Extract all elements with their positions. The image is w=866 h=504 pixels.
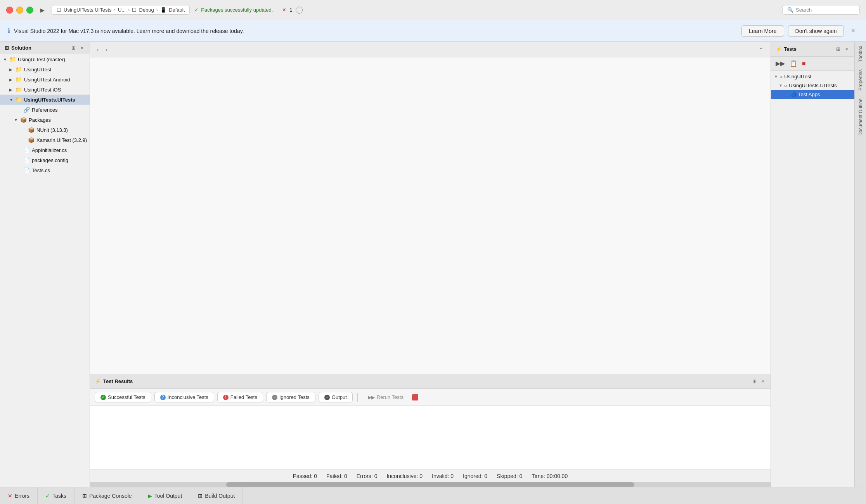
file-icon: 📄 xyxy=(23,166,30,174)
skipped-stat: Skipped: 0 xyxy=(497,473,522,479)
errors-stat: Errors: 0 xyxy=(357,473,378,479)
tasks-icon: ✓ xyxy=(45,493,50,499)
sidebar-item-label: Xamarin.UITest (3.2.9) xyxy=(36,137,87,143)
tests-close-button[interactable]: × xyxy=(843,46,850,52)
sidebar-item-label: References xyxy=(32,107,57,113)
chevron-down-icon: ▼ xyxy=(3,57,9,62)
run-button[interactable]: ▶ xyxy=(38,6,47,14)
status-text: Packages successfully updated. xyxy=(201,7,273,13)
tests-panel: ⚡ Tests ⊞ × ▶▶ 📋 ■ ▼ ○ UsingUITest ▼ ○ U… xyxy=(771,42,854,487)
errors-label: Errors xyxy=(15,493,29,499)
sidebar-item-root[interactable]: ▼ 📁 UsingUITest (master) xyxy=(0,54,90,64)
grid-icon: ⊞ xyxy=(5,45,9,51)
tests-pin-button[interactable]: ⊞ xyxy=(835,46,842,52)
output-button[interactable]: ▪ Output xyxy=(319,392,353,402)
search-bar[interactable]: 🔍 Search xyxy=(782,5,860,15)
collapse-button[interactable]: ⌃ xyxy=(757,46,766,54)
separator xyxy=(357,393,358,402)
sidebar-pin-button[interactable]: ⊞ xyxy=(70,45,77,51)
content-toolbar: ‹ › ⌃ xyxy=(90,42,771,57)
successful-tests-button[interactable]: ✓ Successful Tests xyxy=(95,392,151,402)
build-output-label: Build Output xyxy=(205,493,235,499)
test-results-content xyxy=(90,406,771,469)
stop-tests-button[interactable]: ■ xyxy=(801,59,807,68)
chevron-down-icon: ▼ xyxy=(14,118,19,122)
output-icon: ▪ xyxy=(324,395,330,400)
chevron-right-icon: ▶ xyxy=(9,88,15,92)
circle-icon: ○ xyxy=(784,83,787,88)
tests-panel-title: ⚡ Tests xyxy=(776,46,797,52)
document-outline-label[interactable]: Document Outline xyxy=(858,95,863,140)
banner-close-button[interactable]: × xyxy=(848,27,858,35)
inconclusive-tests-label: Inconclusive Tests xyxy=(168,394,208,400)
traffic-lights xyxy=(6,7,33,14)
inconclusive-stat: Inconclusive: 0 xyxy=(386,473,423,479)
titlebar: ▶ ☐ UsingUITests.UITests › U... › ☐ Debu… xyxy=(0,0,866,20)
sidebar-item-tests-cs[interactable]: 📄 Tests.cs xyxy=(0,165,90,175)
breadcrumb-device: Default xyxy=(169,7,185,13)
sidebar-item-label: UsingUITest.iOS xyxy=(24,87,61,93)
forward-button[interactable]: › xyxy=(104,46,110,54)
sidebar-item-label: UsingUITest xyxy=(24,67,51,72)
test-stats: Passed: 0 Failed: 0 Errors: 0 Inconclusi… xyxy=(90,469,771,482)
rerun-tests-button[interactable]: ▶▶ Rerun Tests xyxy=(362,392,409,402)
scrollbar-thumb[interactable] xyxy=(226,482,634,487)
back-button[interactable]: ‹ xyxy=(95,46,101,54)
sidebar-item-uitests[interactable]: ▼ 📁 UsingUITests.UITests xyxy=(0,95,90,105)
passed-stat: Passed: 0 xyxy=(293,473,317,479)
run-all-tests-button[interactable]: ▶▶ xyxy=(775,59,786,68)
tests-item-root[interactable]: ▼ ○ UsingUITest xyxy=(771,72,854,81)
sidebar: ⊞ Solution ⊞ × ▼ 📁 UsingUITest (master) … xyxy=(0,42,90,487)
dont-show-button[interactable]: Don't show again xyxy=(788,25,844,37)
inconclusive-tests-button[interactable]: ? Inconclusive Tests xyxy=(154,392,214,402)
sidebar-item-references[interactable]: 🔗 References xyxy=(0,105,90,115)
failed-tests-button[interactable]: ! Failed Tests xyxy=(217,392,263,402)
panel-close-button[interactable]: × xyxy=(760,378,766,384)
maximize-button[interactable] xyxy=(26,7,33,14)
sidebar-item-label: UsingUITest.Android xyxy=(24,77,70,83)
references-icon: 🔗 xyxy=(23,106,30,114)
sidebar-close-button[interactable]: × xyxy=(79,45,85,51)
exclamation-icon: ! xyxy=(223,395,229,400)
errors-statusbar-item[interactable]: ✕ Errors xyxy=(0,487,38,504)
close-button[interactable] xyxy=(6,7,13,14)
sidebar-item-nunit[interactable]: 📦 NUnit (3.13.3) xyxy=(0,125,90,135)
failed-tests-label: Failed Tests xyxy=(230,394,257,400)
sidebar-item-xamarin[interactable]: 📦 Xamarin.UITest (3.2.9) xyxy=(0,135,90,145)
sidebar-item-packages-config[interactable]: 📄 packages.config xyxy=(0,155,90,165)
horizontal-scrollbar[interactable] xyxy=(90,482,771,487)
ignored-icon: − xyxy=(272,395,277,400)
sidebar-header: ⊞ Solution ⊞ × xyxy=(0,42,90,54)
sidebar-item-packages[interactable]: ▼ 📦 Packages xyxy=(0,115,90,125)
lightning-icon: ⚡ xyxy=(776,46,782,52)
error-count: 1 xyxy=(289,7,292,13)
tool-output-statusbar-item[interactable]: ▶ Tool Output xyxy=(140,487,191,504)
toolbox-panel: Toolbox Properties Document Outline xyxy=(854,42,866,487)
minimize-button[interactable] xyxy=(16,7,23,14)
toolbox-label[interactable]: Toolbox xyxy=(858,42,863,66)
package-console-icon: ⊞ xyxy=(82,493,87,499)
sidebar-item-android[interactable]: ▶ 📁 UsingUITest.Android xyxy=(0,74,90,85)
tests-item-uitests[interactable]: ▼ ○ UsingUITests.UITests xyxy=(771,81,854,90)
copy-tests-button[interactable]: 📋 xyxy=(789,59,798,68)
info-icon: ℹ xyxy=(8,27,10,35)
breadcrumb-device-icon: 📱 xyxy=(160,7,166,13)
tests-panel-header: ⚡ Tests ⊞ × xyxy=(771,42,854,57)
learn-more-button[interactable]: Learn More xyxy=(741,25,784,37)
checkmark-icon: ✓ xyxy=(100,395,106,400)
package-console-statusbar-item[interactable]: ⊞ Package Console xyxy=(74,487,140,504)
tests-item-test-apps[interactable]: 🔵 Test Apps xyxy=(771,90,854,99)
test-results-header-buttons: ⊞ × xyxy=(751,378,766,384)
stop-button[interactable] xyxy=(412,394,418,400)
build-output-icon: ⊞ xyxy=(198,493,203,499)
properties-label[interactable]: Properties xyxy=(858,66,863,95)
sidebar-item-appinitializer[interactable]: 📄 AppInitializer.cs xyxy=(0,145,90,155)
build-output-statusbar-item[interactable]: ⊞ Build Output xyxy=(190,487,243,504)
panel-pin-button[interactable]: ⊞ xyxy=(751,378,758,384)
sidebar-title: ⊞ Solution xyxy=(5,45,31,51)
tests-tree: ▼ ○ UsingUITest ▼ ○ UsingUITests.UITests… xyxy=(771,71,854,487)
sidebar-item-ios[interactable]: ▶ 📁 UsingUITest.iOS xyxy=(0,85,90,95)
ignored-tests-button[interactable]: − Ignored Tests xyxy=(266,392,315,402)
tasks-statusbar-item[interactable]: ✓ Tasks xyxy=(38,487,74,504)
sidebar-item-usinguitest[interactable]: ▶ 📁 UsingUITest xyxy=(0,64,90,74)
